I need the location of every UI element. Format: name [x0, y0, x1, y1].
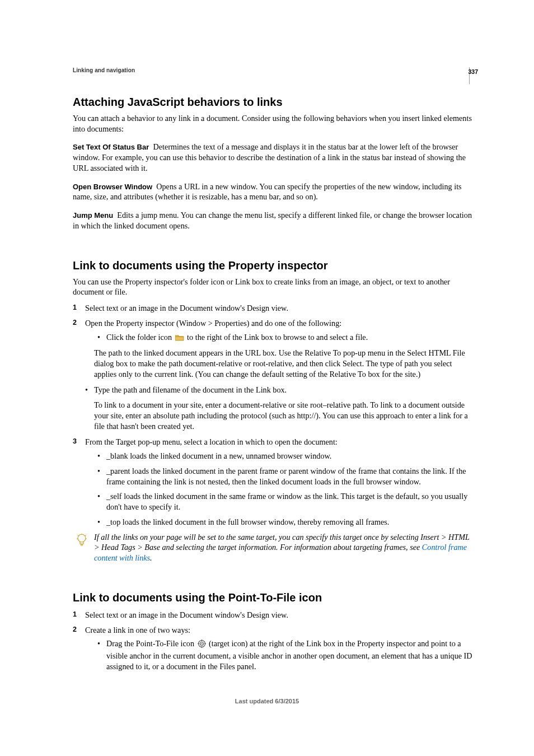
substeps-list: Type the path and filename of the docume… [85, 385, 474, 395]
step-text: Click the folder icon [106, 333, 174, 342]
svg-point-0 [78, 534, 86, 542]
target-icon [198, 640, 206, 651]
steps-list: From the Target pop-up menu, select a lo… [73, 437, 474, 527]
heading-point-to-file: Link to documents using the Point-To-Fil… [73, 591, 474, 604]
list-item: _self loads the linked document in the s… [97, 491, 474, 512]
list-item: _blank loads the linked document in a ne… [97, 451, 474, 461]
step-item: Select text or an image in the Document … [73, 610, 474, 620]
def-open-browser-window: Open Browser Window Opens a URL in a new… [73, 181, 474, 202]
heading-property-inspector: Link to documents using the Property ins… [73, 259, 474, 272]
list-item: _parent loads the linked document in the… [97, 466, 474, 487]
page-number: 337 [468, 68, 478, 75]
substeps-list: Drag the Point-To-File icon (target icon… [97, 638, 474, 671]
tip-text: If all the links on your page will be se… [94, 533, 470, 552]
def-jump-menu: Jump Menu Edits a jump menu. You can cha… [73, 210, 474, 231]
body-text: The path to the linked document appears … [94, 348, 474, 379]
substeps-list: Click the folder icon to the right of th… [97, 332, 474, 344]
step-item: From the Target pop-up menu, select a lo… [73, 437, 474, 527]
runin-term: Jump Menu [73, 211, 113, 220]
list-item: Click the folder icon to the right of th… [97, 332, 474, 344]
body-text: You can use the Property inspector's fol… [73, 277, 474, 297]
list-item: Drag the Point-To-File icon (target icon… [97, 638, 474, 671]
step-item: Create a link in one of two ways: Drag t… [73, 625, 474, 672]
substeps-list: _blank loads the linked document in a ne… [97, 451, 474, 527]
step-item: Select text or an image in the Document … [73, 303, 474, 314]
def-body: Edits a jump menu. You can change the me… [73, 211, 472, 230]
footer-last-updated: Last updated 6/3/2015 [0, 698, 534, 704]
folder-icon [175, 333, 184, 344]
step-text: Create a link in one of two ways: [85, 626, 190, 634]
heading-attaching-js: Attaching JavaScript behaviors to links [73, 96, 474, 109]
lightbulb-icon [76, 533, 87, 548]
steps-list: Select text or an image in the Document … [73, 610, 474, 672]
running-header: Linking and navigation [73, 67, 474, 73]
list-item: _top loads the linked document in the fu… [97, 517, 474, 528]
body-text: To link to a document in your site, ente… [94, 400, 474, 431]
tip-note: If all the links on your page will be se… [76, 532, 474, 563]
step-text: Open the Property inspector (Window > Pr… [85, 319, 341, 328]
tip-text: . [150, 553, 152, 562]
def-set-text-status-bar: Set Text Of Status Bar Determines the te… [73, 142, 474, 173]
runin-term: Set Text Of Status Bar [73, 143, 149, 151]
body-text: You can attach a behavior to any link in… [73, 113, 474, 134]
svg-point-3 [201, 643, 202, 645]
runin-term: Open Browser Window [73, 183, 152, 191]
steps-list: Select text or an image in the Document … [73, 303, 474, 343]
page: 337 Linking and navigation Attaching Jav… [0, 0, 534, 756]
list-item: Type the path and filename of the docume… [85, 385, 474, 395]
step-text: to the right of the Link box to browse t… [187, 333, 368, 342]
step-text: From the Target pop-up menu, select a lo… [85, 437, 338, 446]
step-item: Open the Property inspector (Window > Pr… [73, 318, 474, 343]
step-text: Drag the Point-To-File icon [106, 639, 196, 648]
